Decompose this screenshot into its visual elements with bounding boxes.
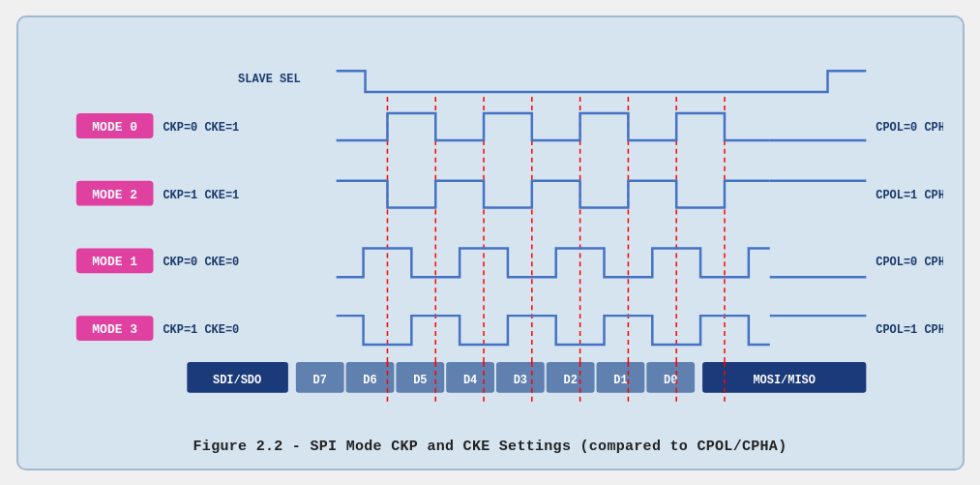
d5-label: D5: [413, 373, 427, 386]
mode0-ckp: CKP=0 CKE=1: [163, 120, 239, 134]
mode3-ckp: CKP=1 CKE=0: [163, 323, 239, 337]
mode1-label: MODE 1: [92, 255, 137, 269]
d7-label: D7: [312, 373, 326, 386]
mode1-ckp: CKP=0 CKE=0: [163, 256, 239, 269]
d1-label: D1: [613, 373, 627, 386]
sdi-sdo-label: SDI/SDO: [213, 373, 261, 386]
mode2-ckp: CKP=1 CKE=1: [163, 188, 239, 201]
d0-label: D0: [664, 373, 677, 386]
d4-label: D4: [462, 373, 476, 386]
mode3-cpol: CPOL=1 CPHA=1: [876, 323, 943, 337]
mode0-cpol: CPOL=0 CPHA=0: [876, 120, 943, 134]
mosi-miso-label: MOSI/MISO: [753, 373, 815, 386]
diagram-area: .mode-label { font-family: 'Courier New'…: [38, 35, 943, 429]
mode2-cpol: CPOL=1 CPHA=0: [876, 188, 943, 201]
mode1-cpol: CPOL=0 CPHA=1: [876, 256, 943, 269]
mode3-label: MODE 3: [92, 322, 137, 337]
mode0-label: MODE 0: [92, 119, 137, 134]
d3-label: D3: [513, 373, 526, 386]
d2-label: D2: [563, 373, 577, 386]
mode2-label: MODE 2: [92, 187, 137, 201]
main-container: .mode-label { font-family: 'Courier New'…: [16, 15, 965, 470]
d6-label: D6: [363, 373, 376, 386]
figure-caption: Figure 2.2 - SPI Mode CKP and CKE Settin…: [193, 439, 787, 455]
slave-sel-label: SLAVE SEL: [238, 73, 300, 86]
